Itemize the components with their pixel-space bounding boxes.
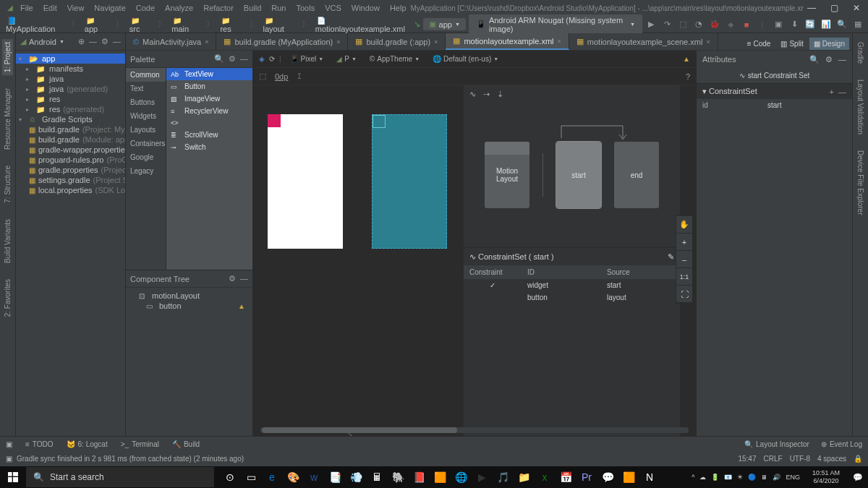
palette-category[interactable]: Containers (126, 137, 166, 150)
palette-item[interactable]: ≡RecyclerView (166, 105, 252, 117)
taskbar-app[interactable]: 🌐 (451, 467, 471, 487)
menu-refactor[interactable]: Refactor (199, 1, 238, 14)
editor-tab[interactable]: ▦build.gradle (:app)× (348, 33, 446, 50)
tray-icon[interactable]: 🔵 (748, 474, 756, 481)
right-rail-tab[interactable]: Layout Validation (855, 77, 866, 137)
tool-window-button[interactable]: 🐱 6: Logcat (67, 440, 108, 448)
tray-icon[interactable]: ☁ (699, 474, 706, 481)
tree-item[interactable]: ▾⛭Gradle Scripts (16, 114, 125, 124)
tree-item[interactable]: ▦gradle-wrapper.properties (16, 145, 125, 155)
tray-icon[interactable]: 🔊 (773, 474, 780, 481)
maximize-button[interactable]: ▢ (827, 1, 842, 14)
gear-icon[interactable]: ⚙ (101, 37, 109, 46)
tree-item[interactable]: ▦local.properties (SDK Loc (16, 185, 125, 195)
avd-icon[interactable]: ▣ (773, 19, 784, 30)
button-widget-blueprint[interactable] (373, 115, 386, 128)
taskbar-search[interactable]: 🔍 Start a search (26, 467, 214, 487)
component-tree-item[interactable]: ⊡motionLayout (126, 291, 252, 301)
motion-layout-node[interactable]: Motion Layout (485, 142, 529, 208)
attach-icon[interactable]: ⎆ (725, 19, 736, 30)
tray-icon[interactable]: 📧 (724, 474, 732, 481)
taskbar-app[interactable]: 💬 (597, 467, 618, 487)
palette-category[interactable]: Widgets (126, 109, 166, 123)
transition-icon[interactable]: ∿ (469, 90, 476, 99)
device-dropdown[interactable]: 📱Pixel ▼ (286, 53, 328, 64)
editor-tab[interactable]: ▦motionlayoutexample_scene.xml× (569, 33, 718, 50)
taskbar-app[interactable]: e (262, 467, 282, 487)
palette-category[interactable]: Legacy (126, 164, 166, 178)
theme-dropdown[interactable]: ©AppTheme ▼ (365, 53, 424, 64)
run-icon[interactable]: ▶ (645, 19, 657, 30)
indent-setting[interactable]: 4 spaces (817, 455, 846, 463)
debug-step-icon[interactable]: ↷ (661, 19, 673, 30)
tray-icon[interactable]: 🔋 (711, 474, 719, 481)
editor-tab[interactable]: ▦build.gradle (MyApplication)× (216, 33, 348, 50)
breadcrumb-item[interactable]: 📁 src (128, 16, 154, 33)
target-icon[interactable]: ⊕ (78, 37, 85, 46)
tray-icon[interactable]: ENG (786, 474, 800, 481)
taskbar-app[interactable]: 💨 (346, 467, 366, 487)
taskbar-app[interactable]: 🎨 (283, 467, 303, 487)
menu-view[interactable]: View (63, 1, 89, 14)
hide-icon[interactable]: — (838, 55, 846, 64)
tree-item[interactable]: ▸📁java (generated) (16, 84, 125, 94)
orientation-icon[interactable]: ⟳ (269, 55, 275, 63)
hide-icon[interactable]: — (240, 274, 248, 283)
show-tools-icon[interactable]: ▣ (6, 440, 12, 448)
tool-window-button[interactable]: 🔍 Layout Inspector (744, 440, 809, 448)
create-click-icon[interactable]: ⇣ (497, 90, 503, 99)
edit-icon[interactable]: ✎ (668, 252, 674, 262)
tray-icon[interactable]: ^ (692, 474, 694, 481)
taskbar-app[interactable]: 📁 (514, 467, 534, 487)
palette-item[interactable]: <> (166, 117, 252, 129)
palette-item[interactable]: AbTextView (166, 68, 252, 80)
palette-category[interactable]: Common (126, 68, 166, 82)
hide-icon[interactable]: — (113, 37, 121, 46)
close-icon[interactable]: × (205, 38, 208, 46)
taskbar-app[interactable]: x (535, 467, 555, 487)
menu-analyze[interactable]: Analyze (161, 1, 197, 14)
breadcrumb-item[interactable]: 📁 layout (262, 16, 297, 33)
guideline-icon[interactable]: 𝙸 (297, 72, 302, 81)
hide-icon[interactable]: — (240, 54, 248, 64)
tree-item[interactable]: ▸📁manifests (16, 64, 125, 74)
blueprint-surface[interactable] (372, 114, 447, 249)
breadcrumb-item[interactable]: 📁 main (170, 16, 202, 33)
locale-dropdown[interactable]: 🌐Default (en-us) ▼ (428, 53, 503, 64)
palette-item[interactable]: ⊸Switch (166, 141, 252, 153)
menu-tools[interactable]: Tools (292, 1, 319, 14)
stop-icon[interactable]: ■ (741, 19, 752, 30)
taskbar-app[interactable]: 🟧 (618, 467, 639, 487)
gear-icon[interactable]: ⚙ (825, 55, 833, 64)
module-selector[interactable]: ▣ app ▼ (423, 18, 466, 30)
split-view-button[interactable]: ▥ Split (776, 38, 807, 50)
menu-edit[interactable]: Edit (39, 1, 61, 14)
breadcrumb-item[interactable]: 📁 app (83, 16, 111, 33)
gear-icon[interactable]: ⚙ (229, 54, 236, 64)
notifications-button[interactable]: 💬 (848, 466, 868, 488)
tool-window-button[interactable]: ⊕ Event Log (821, 440, 862, 448)
zoom-fit-button[interactable]: ⛶ (676, 286, 692, 303)
taskbar-app[interactable]: 📅 (556, 467, 576, 487)
taskbar-app[interactable]: 🟧 (430, 467, 450, 487)
taskbar-app[interactable]: w (304, 467, 324, 487)
search-icon[interactable]: 🔍 (836, 19, 848, 30)
profiler-icon[interactable]: ◔ (693, 19, 705, 30)
design-surface[interactable] (268, 114, 343, 249)
constraint-set-section[interactable]: ▾ ConstraintSet +— (697, 84, 852, 99)
margin-value[interactable]: 0dp (275, 72, 288, 81)
lock-icon[interactable]: 🔒 (854, 455, 862, 463)
api-dropdown[interactable]: ◢P ▼ (332, 53, 361, 64)
palette-category[interactable]: Google (126, 150, 166, 164)
attribute-row[interactable]: id start (697, 99, 852, 111)
breadcrumb-item[interactable]: 📁 res (218, 16, 244, 33)
menu-run[interactable]: Run (267, 1, 290, 14)
taskbar-clock[interactable]: 10:51 AM 6/4/2020 (804, 467, 848, 487)
tree-item[interactable]: ▸📁res (16, 94, 125, 104)
design-view-button[interactable]: ▦ Design (809, 38, 849, 50)
taskbar-app[interactable]: 🎵 (493, 467, 513, 487)
select-icon[interactable]: ⬚ (259, 72, 266, 81)
tool-window-button[interactable]: >_ Terminal (121, 440, 159, 448)
taskbar-app[interactable]: ▶ (472, 467, 492, 487)
right-rail-tab[interactable]: Device File Explorer (855, 147, 866, 218)
